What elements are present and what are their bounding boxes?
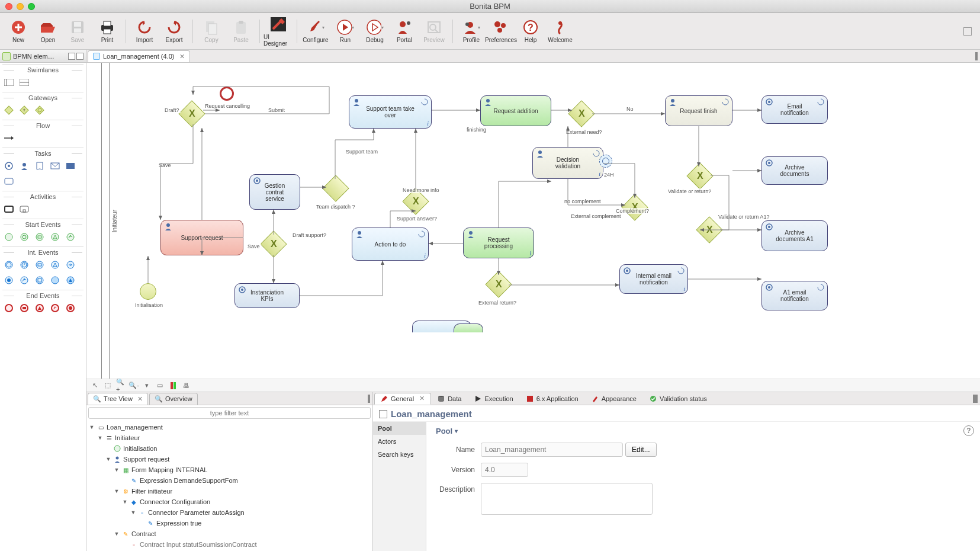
tab-general[interactable]: General✕ [374, 393, 431, 405]
start-message-icon[interactable] [34, 232, 45, 242]
palette-icon[interactable] [168, 381, 178, 390]
preview-button[interactable]: Preview [419, 14, 449, 49]
tree-row-root[interactable]: ▼▭Loan_management [89, 422, 370, 433]
help-button[interactable]: ?Help [516, 14, 545, 49]
end-message-icon[interactable] [19, 303, 30, 313]
end-event-cancel[interactable] [220, 87, 234, 101]
end-error-icon[interactable] [50, 303, 60, 313]
task-gestion[interactable]: Gestion contrat service [249, 174, 300, 210]
gateway-draft-support[interactable]: X [260, 230, 287, 257]
editor-tab-loan[interactable]: Loan_management (4.0) ✕ [88, 50, 190, 62]
task-decision[interactable]: Decision validation i [532, 147, 603, 179]
tree-row-filter[interactable]: ▼⚙Filter initiateur [89, 486, 370, 496]
tab-validation[interactable]: Validation status [643, 393, 714, 405]
int-catch-icon[interactable] [4, 260, 14, 270]
start-event-icon[interactable] [4, 232, 14, 242]
gateway-external-need[interactable]: X [568, 100, 595, 127]
profile-button[interactable]: ▾Profile [457, 14, 486, 49]
task-archive-a1[interactable]: Archive documents A1 [761, 220, 828, 251]
zoom-out-icon[interactable]: 🔍- [129, 381, 139, 390]
script-task-icon[interactable] [34, 161, 45, 171]
and-gateway-icon[interactable]: + [19, 105, 30, 116]
task-take-over[interactable]: Support team take over i [349, 95, 432, 129]
int-cond-icon[interactable] [34, 275, 45, 286]
int-throw-msg-icon[interactable] [50, 275, 60, 286]
tab-appearance[interactable]: Appearance [585, 393, 643, 405]
print-diagram-icon[interactable]: 🖶 [181, 381, 191, 390]
task-a1-email[interactable]: A1 email notification [761, 281, 828, 310]
run-button[interactable]: ▾Run [330, 14, 360, 49]
tab-overview[interactable]: 🔍Overview [149, 393, 198, 405]
close-tab-icon[interactable]: ✕ [137, 395, 143, 403]
sidebar-item-actors[interactable]: Actors [373, 435, 426, 448]
gateway-complement[interactable]: X [621, 194, 648, 220]
print-button[interactable]: Print [92, 14, 122, 49]
task-finish[interactable]: Request finish [665, 95, 732, 126]
tree-row-initiateur[interactable]: ▼☰Initiateur [89, 433, 370, 443]
lane-icon[interactable] [19, 77, 30, 88]
task-partial-2[interactable] [454, 323, 483, 332]
gateway-team-dispatch[interactable] [322, 175, 349, 201]
zoom-in-icon[interactable]: 🔍+ [116, 381, 126, 390]
description-field[interactable] [481, 483, 653, 515]
tree-row-expr-true[interactable]: ✎Expression true [89, 518, 370, 528]
service-task-icon[interactable] [4, 161, 14, 171]
minimize-icon[interactable] [68, 53, 75, 60]
tab-tree-view[interactable]: 🔍Tree View✕ [88, 393, 148, 405]
task-internal-email[interactable]: Internal email notification i [619, 264, 688, 294]
gateway-validate-return[interactable]: X [686, 162, 713, 189]
gateway-validate-return-a1[interactable]: X [696, 216, 722, 243]
boundary-timer-24h[interactable] [599, 155, 612, 168]
edit-name-button[interactable]: Edit... [625, 443, 657, 457]
marquee-tool-icon[interactable]: ⬚ [103, 381, 113, 390]
version-field[interactable] [481, 463, 528, 477]
zoom-menu-icon[interactable]: ▾ [142, 381, 152, 390]
int-throw-icon[interactable] [4, 275, 14, 286]
sidebar-item-pool[interactable]: Pool [373, 422, 426, 435]
or-gateway-icon[interactable] [34, 105, 45, 116]
name-field[interactable] [481, 443, 623, 457]
task-email[interactable]: Email notification [761, 95, 828, 124]
close-icon[interactable]: ✕ [419, 395, 425, 402]
debug-button[interactable]: ▾Debug [360, 14, 390, 49]
diagram-canvas[interactable]: Initiateur Initialisation Support reques… [86, 63, 980, 379]
open-button[interactable]: Open [33, 14, 63, 49]
int-signal-icon[interactable] [50, 260, 60, 270]
task-support-request[interactable]: Support request [160, 220, 243, 255]
int-error-icon[interactable] [19, 275, 30, 286]
tree-body[interactable]: ▼▭Loan_management ▼☰Initiateur Initialis… [86, 421, 372, 551]
start-timer-icon[interactable] [19, 232, 30, 242]
task-addition[interactable]: Request addition [480, 95, 551, 126]
start-error-icon[interactable] [65, 232, 76, 242]
gateway-external-return[interactable]: X [485, 271, 512, 297]
save-button[interactable]: Save [63, 14, 92, 49]
receive-task-icon[interactable] [65, 161, 76, 171]
welcome-button[interactable]: Welcome [545, 14, 575, 49]
start-signal-icon[interactable] [50, 232, 60, 242]
select-tool-icon[interactable]: ↖ [90, 381, 99, 390]
layout-icon[interactable]: ▭ [155, 381, 165, 390]
tree-row-support-request[interactable]: ▼Support request [89, 454, 370, 464]
user-task-icon[interactable] [19, 161, 30, 171]
maximize-icon[interactable] [76, 53, 83, 60]
tree-row-connector-cfg[interactable]: ▼◆Connector Configuration [89, 496, 370, 507]
task-instanciation[interactable]: Instanciation KPIs [234, 283, 300, 308]
xor-gateway-icon[interactable] [4, 105, 14, 116]
int-message-icon[interactable] [34, 260, 45, 270]
preferences-button[interactable]: Preferences [486, 14, 516, 49]
pool-icon[interactable] [4, 77, 14, 88]
close-tab-icon[interactable]: ✕ [179, 53, 185, 60]
flow-arrow-icon[interactable] [4, 133, 14, 143]
int-link-icon[interactable] [65, 260, 76, 270]
send-task-icon[interactable] [50, 161, 60, 171]
configure-button[interactable]: ▾Configure [301, 14, 330, 49]
end-event-icon[interactable] [4, 303, 14, 313]
export-button[interactable]: Export [159, 14, 189, 49]
task-action[interactable]: Action to do i [352, 228, 429, 261]
gateway-draft[interactable]: X [178, 100, 205, 127]
abstract-task-icon[interactable] [4, 176, 14, 187]
maximize-editor-icon[interactable] [976, 52, 978, 60]
portal-button[interactable]: Portal [390, 14, 419, 49]
maximize-icon[interactable] [369, 395, 370, 403]
call-activity-icon[interactable] [4, 204, 14, 214]
